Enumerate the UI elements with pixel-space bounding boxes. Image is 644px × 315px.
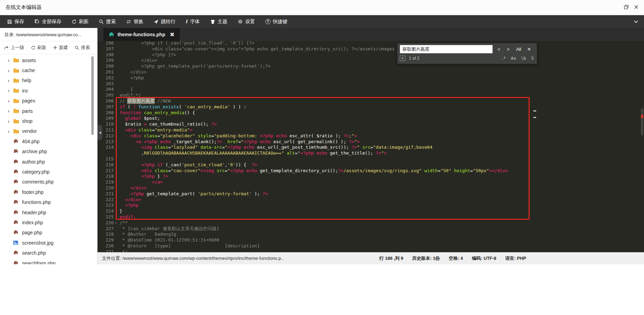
code-line[interactable]: 222 </div> xyxy=(98,197,644,203)
code-line[interactable]: 197 <div class="cao-cover"><img src="<?p… xyxy=(98,46,644,52)
spaces-setting[interactable]: 空格: 4 xyxy=(449,255,463,262)
new-file-button[interactable]: 新建 xyxy=(53,45,68,51)
fold-arrow-icon[interactable]: ▾ xyxy=(114,127,118,133)
code-line[interactable]: 196 <?php if (_cao('post_tim_fload', '0'… xyxy=(98,41,644,46)
up-level-button[interactable]: 上一级 xyxy=(4,45,24,51)
tree-item-searchform-php[interactable]: searchform.php xyxy=(0,258,97,264)
encoding-setting[interactable]: 编码: UTF-8 xyxy=(472,255,497,262)
tree-item-cache[interactable]: ›cache xyxy=(0,65,97,75)
code-line[interactable]: 217 <div class="cao-cover"><img src="<?p… xyxy=(98,168,644,174)
code-line[interactable]: 204 } xyxy=(98,87,644,92)
find-all-button[interactable]: All xyxy=(514,46,523,52)
history-versions[interactable]: 历史版本: 1份 xyxy=(412,255,440,262)
editor-scrollbar-thumb[interactable] xyxy=(641,108,643,135)
search-close-button[interactable]: × xyxy=(526,46,532,53)
code-line[interactable]: 202 <?php xyxy=(98,75,644,81)
code-line[interactable]: 231 */ xyxy=(98,249,644,252)
code-line[interactable]: 213▾ <a <?php echo _target_blank();?> hr… xyxy=(98,139,644,145)
tree-item-search-php[interactable]: search.php xyxy=(0,248,97,258)
restore-window-button[interactable] xyxy=(624,4,628,11)
fold-arrow-icon[interactable]: ▾ xyxy=(114,220,118,226)
close-window-button[interactable] xyxy=(634,4,638,11)
find-next-button[interactable]: > xyxy=(505,46,511,52)
add-search-button[interactable]: + xyxy=(400,56,405,61)
tree-item-category-php[interactable]: category.php xyxy=(0,167,97,177)
code-line[interactable]: 224} xyxy=(98,208,644,214)
code-line[interactable]: 203 xyxy=(98,81,644,87)
fold-arrow-icon[interactable]: ▾ xyxy=(114,110,118,116)
goto-line-button[interactable]: 跳转行 xyxy=(149,15,181,28)
code-line[interactable]: 200 <?php get_template_part('parts/entry… xyxy=(98,63,644,69)
tab-theme-functions[interactable]: theme-functions.php ✖ xyxy=(103,28,180,41)
code-line[interactable]: ,R0lGODlhAQABAAAACH5BAEKAAEALAAAAAABAAEA… xyxy=(98,150,644,156)
code-line[interactable]: 207if ( ! function_exists( 'cao_entry_me… xyxy=(98,104,644,110)
tree-item-help[interactable]: ›help xyxy=(0,76,97,86)
font-button[interactable]: I 字体 xyxy=(181,15,205,28)
code-line[interactable]: 228 * @Author Dadong2g xyxy=(98,232,644,237)
code-line[interactable]: 201 </div> xyxy=(98,69,644,75)
code-line[interactable]: 210 $ratio = cao_thumbnail_ratio(); ?> xyxy=(98,121,644,127)
tree-item-index-php[interactable]: index.php xyxy=(0,217,97,227)
code-line[interactable]: 223 <?php xyxy=(98,203,644,208)
fold-arrow-icon[interactable]: ▾ xyxy=(114,139,118,145)
tree-item-functions-php[interactable]: functions.php xyxy=(0,197,97,207)
code-line[interactable]: 209 global $post; xyxy=(98,116,644,121)
code-line[interactable]: 215 xyxy=(98,156,644,162)
tree-item-header-php[interactable]: header.php xyxy=(0,207,97,217)
regex-toggle[interactable]: .* xyxy=(500,56,506,61)
code-line[interactable]: 229 * @DateTime 2021-01-12T09:51:31+0800 xyxy=(98,237,644,243)
code-line[interactable]: 220 </div> xyxy=(98,185,644,191)
save-button[interactable]: 保存 xyxy=(2,15,29,28)
code-line[interactable]: 206// 获取图片高度 //NEW xyxy=(98,98,644,104)
language-setting[interactable]: 语言: PHP xyxy=(505,255,526,262)
code-line[interactable]: 211▾ <div class="entry-media"> xyxy=(98,127,644,133)
tree-item-vendor[interactable]: ›vendor xyxy=(0,126,97,136)
theme-button[interactable]: 主题 xyxy=(205,15,233,28)
tree-item-screenshot-jpg[interactable]: screenshot.jpg xyxy=(0,238,97,248)
tree-item-author-php[interactable]: author.php xyxy=(0,157,97,167)
tree-item-page-php[interactable]: page.php xyxy=(0,228,97,238)
replace-button[interactable]: 替换 xyxy=(121,15,149,28)
case-sensitive-toggle[interactable]: Aa xyxy=(510,56,517,61)
code-line[interactable]: 199 </div> xyxy=(98,58,644,63)
code-editor[interactable]: 196 <?php if (_cao('post_tim_fload', '0'… xyxy=(98,41,644,252)
tree-item-inc[interactable]: ›inc xyxy=(0,86,97,96)
tree-item-404-php[interactable]: 404.php xyxy=(0,136,97,146)
sidebar-search-button[interactable]: 搜索 xyxy=(75,45,90,51)
find-previous-button[interactable]: < xyxy=(496,46,502,52)
code-line[interactable]: 212▾ <div class="placeholder" style="pad… xyxy=(98,133,644,139)
code-line[interactable]: 219 </a> xyxy=(98,179,644,185)
shortcuts-button[interactable]: ? 快捷键 xyxy=(260,15,293,28)
code-line[interactable]: 226▾/** xyxy=(98,220,644,226)
sidebar-collapse-button[interactable]: ◀ xyxy=(98,125,102,140)
sidebar-refresh-button[interactable]: 刷新 xyxy=(31,45,46,51)
more-dropdown-button[interactable] xyxy=(628,15,644,28)
tree-item-pages[interactable]: ›pages xyxy=(0,96,97,106)
fold-arrow-icon[interactable]: ▾ xyxy=(114,133,118,139)
search-button[interactable]: 搜索 xyxy=(94,15,121,28)
code-line[interactable]: 205endif;*/ xyxy=(98,92,644,98)
code-line[interactable]: 218 <?php } ?> xyxy=(98,174,644,179)
tab-close-icon[interactable]: ✖ xyxy=(170,31,174,38)
code-line[interactable]: 227 * [cao_sidebar 修复默认文章无侧边栏问题] xyxy=(98,226,644,232)
code-line[interactable]: 208▾function cao_entry_media() { xyxy=(98,110,644,116)
tree-item-footer-php[interactable]: footer.php xyxy=(0,187,97,197)
whole-word-toggle[interactable]: \b xyxy=(520,56,527,61)
tree-item-shop[interactable]: ›shop xyxy=(0,116,97,126)
save-all-button[interactable]: 全部保存 xyxy=(29,15,67,28)
sidebar-scrollbar[interactable] xyxy=(91,56,94,135)
code-line[interactable]: 225endif; xyxy=(98,214,644,220)
code-line[interactable]: 221 <?php get_template_part( 'parts/entr… xyxy=(98,191,644,197)
settings-button[interactable]: 设置 xyxy=(233,15,260,28)
tree-item-assets[interactable]: ›assets xyxy=(0,55,97,65)
code-line[interactable]: 230 * @return [type] [description] xyxy=(98,243,644,249)
tree-item-parts[interactable]: ›parts xyxy=(0,106,97,116)
code-line[interactable]: 214 <img class="lazyload" data-src="<?ph… xyxy=(98,145,644,150)
code-line[interactable]: 216 <?php if (_cao('post_tim_rload','0')… xyxy=(98,162,644,168)
tree-item-archive-php[interactable]: archive.php xyxy=(0,147,97,157)
refresh-button[interactable]: 刷新 xyxy=(67,15,94,28)
tree-item-comments-php[interactable]: comments.php xyxy=(0,177,97,187)
code-line[interactable]: 198 <?php }?> xyxy=(98,52,644,58)
search-input[interactable] xyxy=(400,45,493,53)
selection-toggle[interactable]: S xyxy=(531,56,534,61)
